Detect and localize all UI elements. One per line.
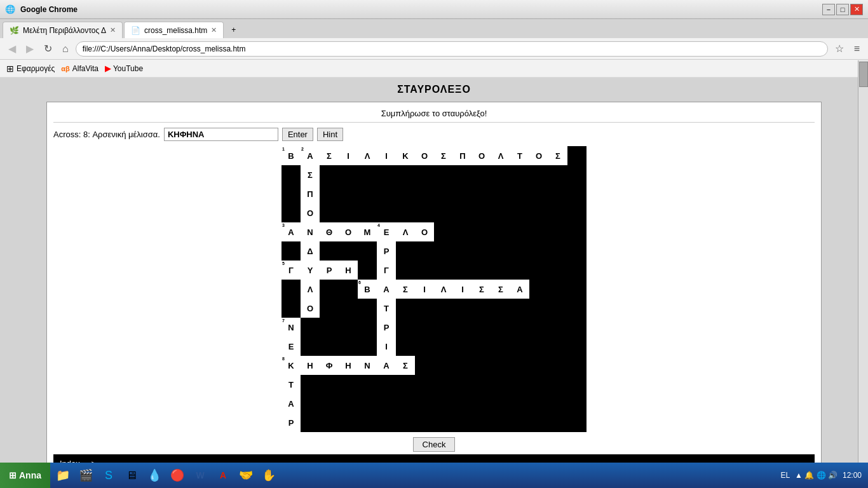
- tab1-close[interactable]: ✕: [110, 26, 116, 34]
- cell-black: [529, 222, 548, 241]
- taskbar-acrobat[interactable]: A: [213, 465, 233, 485]
- new-tab-button[interactable]: +: [225, 22, 245, 38]
- cell-letter: Ι: [347, 151, 349, 161]
- cell-white[interactable]: Ρ: [377, 318, 396, 337]
- taskbar-icon9[interactable]: ✋: [259, 465, 279, 485]
- cell-white[interactable]: 3Α: [281, 222, 301, 241]
- cell-white[interactable]: 1B: [281, 146, 301, 165]
- cell-white[interactable]: 4Ε: [377, 222, 396, 241]
- cell-white[interactable]: Δ: [301, 241, 320, 261]
- cell-white[interactable]: Ο: [472, 146, 491, 165]
- cell-black: [548, 394, 567, 413]
- check-button[interactable]: Check: [413, 437, 456, 452]
- cell-white[interactable]: Ι: [415, 280, 434, 299]
- cell-white[interactable]: Η: [339, 261, 358, 280]
- cell-white[interactable]: Ι: [453, 280, 472, 299]
- tab-2[interactable]: 📄 cross_melissa.htm ✕: [124, 22, 224, 38]
- cell-white[interactable]: Ρ: [320, 261, 339, 280]
- cell-white[interactable]: Σ: [434, 146, 453, 165]
- taskbar-word[interactable]: W: [190, 465, 210, 485]
- clue-input[interactable]: [164, 128, 278, 141]
- forward-button[interactable]: ▶: [23, 41, 37, 56]
- bookmark-apps[interactable]: ⊞ Εφαρμογές: [6, 64, 55, 74]
- minimize-button[interactable]: −: [822, 4, 835, 15]
- cell-white[interactable]: Ι: [339, 146, 358, 165]
- back-button[interactable]: ◀: [5, 41, 19, 56]
- close-button[interactable]: ✕: [850, 4, 863, 15]
- cell-white[interactable]: Γ: [377, 261, 396, 280]
- window-controls[interactable]: − □ ✕: [822, 4, 863, 15]
- cell-white[interactable]: Ι: [377, 146, 396, 165]
- cell-black: [339, 413, 358, 432]
- cell-black: [320, 241, 339, 261]
- cell-white[interactable]: Λ: [301, 280, 320, 299]
- cell-white[interactable]: Τ: [281, 375, 301, 394]
- cell-white[interactable]: 8Κ: [281, 356, 301, 375]
- cell-white[interactable]: Λ: [434, 280, 453, 299]
- cell-white[interactable]: Λ: [491, 146, 510, 165]
- home-button[interactable]: ⌂: [59, 42, 72, 56]
- cell-white[interactable]: Ο: [301, 203, 320, 222]
- cell-white[interactable]: Ο: [529, 146, 548, 165]
- taskbar-monitor[interactable]: 🖥: [121, 465, 142, 485]
- cell-white[interactable]: Σ: [396, 356, 415, 375]
- menu-button[interactable]: ≡: [851, 42, 863, 56]
- taskbar-media[interactable]: 🎬: [76, 465, 96, 485]
- address-bar[interactable]: [76, 41, 828, 57]
- cell-white[interactable]: Σ: [396, 280, 415, 299]
- cell-white[interactable]: Ι: [377, 337, 396, 356]
- cell-white[interactable]: Ο: [415, 222, 434, 241]
- cell-white[interactable]: Ρ: [281, 413, 301, 432]
- taskbar-skype[interactable]: S: [98, 465, 119, 485]
- cell-white[interactable]: Τ: [510, 146, 529, 165]
- cell-white[interactable]: Ο: [339, 222, 358, 241]
- cell-white[interactable]: Σ: [548, 146, 567, 165]
- tab2-close[interactable]: ✕: [211, 26, 217, 34]
- cell-white[interactable]: Λ: [396, 222, 415, 241]
- cell-white[interactable]: 2Α: [301, 146, 320, 165]
- cell-white[interactable]: Α: [377, 280, 396, 299]
- cell-white[interactable]: Α: [377, 356, 396, 375]
- cell-white[interactable]: Ρ: [377, 241, 396, 261]
- cell-white[interactable]: Σ: [320, 146, 339, 165]
- reload-button[interactable]: ↻: [41, 41, 55, 56]
- cell-white[interactable]: Ν: [301, 222, 320, 241]
- cell-white[interactable]: Α: [510, 280, 529, 299]
- bookmark-youtube[interactable]: ▶ YouTube: [105, 64, 143, 73]
- bookmark-alfavita[interactable]: αβ AlfaVita: [61, 64, 98, 73]
- enter-button[interactable]: Enter: [282, 128, 313, 141]
- cell-white[interactable]: Μ: [358, 222, 377, 241]
- cell-white[interactable]: Τ: [377, 299, 396, 318]
- cell-white[interactable]: Θ: [320, 222, 339, 241]
- cell-white[interactable]: Ν: [358, 356, 377, 375]
- hint-button[interactable]: Hint: [317, 128, 343, 141]
- cell-white[interactable]: Ε: [281, 337, 301, 356]
- cell-white[interactable]: Κ: [396, 146, 415, 165]
- cell-white[interactable]: Η: [339, 356, 358, 375]
- taskbar-chrome[interactable]: 🔴: [167, 465, 187, 485]
- scrollbar[interactable]: [858, 60, 868, 463]
- start-button[interactable]: ⊞ Anna: [0, 463, 50, 485]
- cell-white[interactable]: Π: [301, 184, 320, 203]
- cell-white[interactable]: Σ: [301, 165, 320, 184]
- taskbar-icon8[interactable]: 🤝: [236, 465, 256, 485]
- cell-white[interactable]: Α: [281, 394, 301, 413]
- cell-white[interactable]: Λ: [358, 146, 377, 165]
- cell-white[interactable]: Υ: [301, 261, 320, 280]
- cell-white[interactable]: 5Γ: [281, 261, 301, 280]
- cell-white[interactable]: 6Β: [358, 280, 377, 299]
- cell-white[interactable]: Σ: [472, 280, 491, 299]
- maximize-button[interactable]: □: [836, 4, 849, 15]
- cell-white[interactable]: Η: [301, 356, 320, 375]
- cell-white[interactable]: Ο: [415, 146, 434, 165]
- taskbar-dropbox[interactable]: 💧: [144, 465, 165, 485]
- cell-white[interactable]: 7Ν: [281, 318, 301, 337]
- cell-white[interactable]: Σ: [491, 280, 510, 299]
- bookmark-button[interactable]: ☆: [832, 41, 847, 56]
- scrollbar-thumb[interactable]: [859, 62, 868, 87]
- cell-white[interactable]: Ο: [301, 299, 320, 318]
- cell-white[interactable]: Π: [453, 146, 472, 165]
- taskbar-explorer[interactable]: 📁: [53, 465, 73, 485]
- tab-1[interactable]: 🌿 Μελέτη Περιβάλλοντος Δ ✕: [3, 22, 123, 38]
- cell-white[interactable]: Φ: [320, 356, 339, 375]
